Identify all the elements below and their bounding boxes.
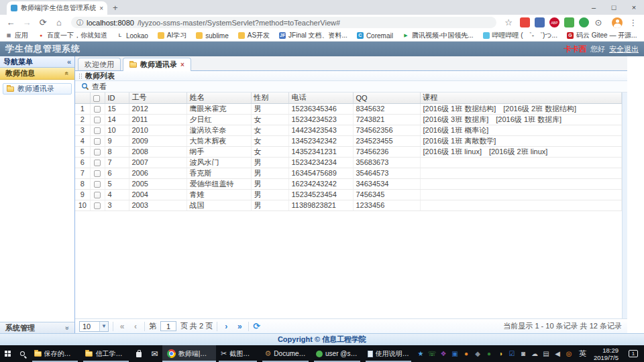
tray-icon[interactable]: ▣: [450, 350, 460, 357]
forward-icon[interactable]: →: [20, 16, 34, 29]
tray-icon[interactable]: ●: [484, 350, 494, 357]
tray-icon[interactable]: ▤: [541, 350, 551, 357]
taskbar-mail-button[interactable]: ✉: [146, 345, 162, 362]
taskbar-notepad-button[interactable]: 使用说明.t...: [363, 345, 414, 362]
row-checkbox[interactable]: [94, 127, 101, 134]
row-checkbox[interactable]: [94, 117, 101, 123]
extension-blue-icon[interactable]: [535, 17, 545, 27]
refresh-icon[interactable]: ⟳: [36, 16, 50, 29]
last-page-button[interactable]: »: [235, 322, 244, 331]
sidebar-item-teacher-contacts[interactable]: 教师通讯录: [3, 83, 72, 95]
table-row[interactable]: 6 7 2007 波风水门 男 15234234234 35683673: [75, 157, 622, 168]
tray-icon[interactable]: ◑: [496, 350, 505, 357]
grid-scrollbar[interactable]: [622, 93, 627, 318]
minimize-button[interactable]: –: [584, 0, 604, 15]
row-checkbox[interactable]: [94, 138, 101, 145]
taskbar-student-folder[interactable]: 信工学生...: [80, 345, 131, 362]
table-row[interactable]: 7 6 2006 香克斯 男 16345475689 35464573: [75, 168, 622, 178]
next-page-button[interactable]: ›: [221, 322, 231, 331]
paw-extension-icon[interactable]: [564, 17, 574, 27]
taskbar-store-button[interactable]: [131, 345, 147, 362]
taskbar-search-button[interactable]: [15, 345, 30, 362]
bookmark-item[interactable]: ▶ 腾讯视频-中国领先...: [402, 31, 474, 40]
col-header-jobno[interactable]: 工号: [129, 93, 186, 103]
logout-link[interactable]: 安全退出: [609, 44, 639, 54]
taskbar-snipping-tool[interactable]: ✂ 截图工具: [216, 345, 260, 362]
new-tab-button[interactable]: +: [113, 3, 118, 13]
accordion-system-management[interactable]: 系统管理 «: [0, 322, 74, 333]
profile-avatar[interactable]: [612, 17, 623, 28]
bookmark-item[interactable]: JF JFinal 文档、资料...: [279, 31, 347, 40]
tray-icon[interactable]: ◙: [519, 350, 528, 357]
tray-icon[interactable]: ☑: [507, 350, 517, 357]
tray-icon[interactable]: ★: [416, 350, 425, 357]
bookmark-item[interactable]: G 码云 Gitee — 开源...: [567, 31, 637, 40]
bookmark-item[interactable]: 哔哩哔哩 ( ゜- ゜)つ...: [483, 31, 557, 40]
table-row[interactable]: 1 15 2012 鹰眼米霍克 男 15236345346 8345632 [2…: [75, 103, 622, 114]
table-row[interactable]: 3 10 2010 漩涡玖辛奈 女 14423423543 734562356 …: [75, 125, 622, 135]
tab-welcome[interactable]: 欢迎使用: [78, 58, 121, 70]
row-checkbox[interactable]: [94, 170, 101, 177]
taskbar-user-session-button[interactable]: user @ss...: [311, 345, 363, 362]
accordion-teacher-info[interactable]: 教师信息 «: [0, 68, 74, 80]
bookmark-item[interactable]: L Lookao: [117, 32, 148, 40]
notification-center-button[interactable]: 1: [623, 345, 644, 362]
first-page-button[interactable]: «: [117, 322, 127, 331]
bookmark-item[interactable]: AI学习: [158, 31, 186, 40]
row-checkbox[interactable]: [94, 149, 101, 156]
table-row[interactable]: 9 4 2004 青雉 男 15234523454 7456345: [75, 189, 622, 200]
home-icon[interactable]: ⌂: [52, 16, 66, 29]
collapse-sidebar-icon[interactable]: «: [67, 58, 71, 66]
select-all-checkbox[interactable]: [93, 95, 100, 102]
browser-tab[interactable]: 教师端|学生信息管理系统 ×: [7, 1, 107, 15]
taskbar-document-button[interactable]: ⚙ Documen...: [260, 345, 311, 362]
col-header-phone[interactable]: 电话: [288, 93, 353, 103]
tray-icon[interactable]: ◎: [564, 350, 574, 357]
table-row[interactable]: 8 5 2005 爱德华纽盖特 男 16234243242 34634534: [75, 178, 622, 189]
page-size-select[interactable]: 10 ▼: [79, 321, 109, 332]
col-header-gender[interactable]: 性别: [251, 93, 288, 103]
col-header-name[interactable]: 姓名: [186, 93, 251, 103]
adblock-icon[interactable]: ABP: [549, 17, 559, 27]
close-button[interactable]: ×: [624, 0, 644, 15]
row-checkbox[interactable]: [94, 181, 101, 188]
table-row[interactable]: 4 9 2009 大筒木辉夜 女 13452342342 234523455 […: [75, 135, 622, 146]
language-indicator[interactable]: 英: [576, 345, 590, 362]
bookmark-item[interactable]: ● 百度一下，你就知道: [38, 31, 107, 40]
maximize-button[interactable]: □: [604, 0, 624, 15]
row-checkbox[interactable]: [94, 192, 101, 198]
bookmark-item[interactable]: ▦ 应用: [5, 31, 28, 40]
globe-extension-icon[interactable]: [579, 17, 589, 27]
col-header-course[interactable]: 课程: [420, 93, 622, 103]
row-checkbox[interactable]: [94, 160, 101, 166]
col-header-id[interactable]: ID: [105, 93, 129, 103]
tray-icon[interactable]: ❖: [439, 350, 448, 357]
power-extension-icon[interactable]: ⊙: [592, 16, 605, 29]
tray-icon[interactable]: ☁: [530, 350, 539, 357]
tray-icon[interactable]: ●: [462, 350, 471, 357]
table-row[interactable]: 5 8 2008 纲手 女 14352341231 73456236 [2016…: [75, 146, 622, 157]
tab-close-icon[interactable]: ×: [99, 5, 103, 12]
refresh-grid-icon[interactable]: ⟳: [253, 321, 260, 331]
browser-menu-icon[interactable]: ⋮: [629, 18, 637, 27]
tray-icon[interactable]: ☏: [427, 350, 437, 357]
row-checkbox[interactable]: [94, 106, 101, 113]
tab-close-icon[interactable]: ×: [180, 61, 184, 68]
url-bar[interactable]: ⓘ localhost:8080 /lyyzoo-ssms-master/Sys…: [71, 17, 496, 28]
extension-colorful-icon[interactable]: [520, 17, 530, 27]
taskbar-clock[interactable]: 18:29 2019/7/5: [590, 345, 623, 362]
bookmark-item[interactable]: AS开发: [238, 31, 270, 40]
start-button[interactable]: [0, 345, 15, 362]
back-icon[interactable]: ←: [4, 16, 17, 29]
taskbar-chrome-button[interactable]: 教师端|学...: [162, 345, 216, 362]
tray-icon[interactable]: ◀: [553, 350, 562, 357]
view-button[interactable]: 查看: [78, 81, 109, 93]
prev-page-button[interactable]: ‹: [131, 322, 140, 331]
tab-teacher-contacts[interactable]: 教师通讯录 ×: [123, 58, 191, 71]
bookmark-item[interactable]: sublime: [196, 32, 228, 40]
page-number-input[interactable]: [160, 321, 176, 331]
bookmark-star-icon[interactable]: ☆: [502, 16, 515, 29]
table-row[interactable]: 2 14 2011 夕日红 女 15234234523 7243821 [201…: [75, 114, 622, 125]
tray-icon[interactable]: ◆: [473, 350, 482, 357]
table-row[interactable]: 10 3 2003 战国 男 11389823821 1233456: [75, 200, 622, 210]
